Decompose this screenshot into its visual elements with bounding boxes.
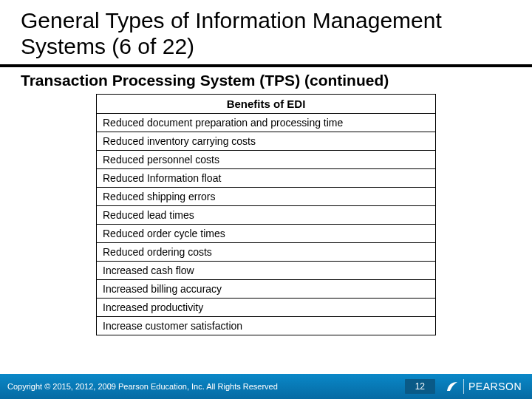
pearson-swoosh-icon — [446, 380, 459, 393]
table-row: Reduced inventory carrying costs — [97, 132, 436, 150]
slide-title: General Types of Information Management … — [21, 7, 511, 60]
table-row: Reduced shipping errors — [97, 187, 436, 205]
table-row: Reduced order cycle times — [97, 224, 436, 242]
table-row: Increased cash flow — [97, 261, 436, 279]
table-row: Reduced ordering costs — [97, 242, 436, 261]
table-row: Reduced Information float — [97, 168, 436, 187]
slide-subtitle: Transaction Processing System (TPS) (con… — [0, 67, 532, 94]
table-row: Reduced document preparation and process… — [97, 113, 436, 132]
footer-bar: Copyright © 2015, 2012, 2009 Pearson Edu… — [0, 374, 532, 399]
table-row: Reduced personnel costs — [97, 150, 436, 168]
table-row: Increased billing accuracy — [97, 279, 436, 298]
table-row: Increase customer satisfaction — [97, 316, 436, 335]
brand-divider — [463, 379, 464, 394]
table-header: Benefits of EDI — [97, 94, 436, 113]
brand-name: PEARSON — [468, 381, 522, 392]
table-row: Reduced lead times — [97, 205, 436, 224]
table-row: Increased productivity — [97, 298, 436, 316]
page-number-badge: 12 — [405, 379, 435, 394]
brand-logo: PEARSON — [446, 379, 532, 394]
copyright-text: Copyright © 2015, 2012, 2009 Pearson Edu… — [0, 382, 405, 391]
benefits-table: Benefits of EDI Reduced document prepara… — [96, 94, 436, 335]
